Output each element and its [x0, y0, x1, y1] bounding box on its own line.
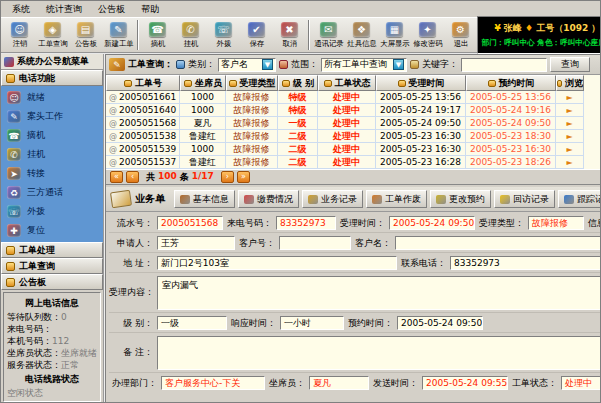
toolbar-button[interactable]: ✖ 取消: [273, 18, 306, 52]
toolbar-button[interactable]: ✔ 保存: [240, 18, 273, 52]
browse-icon[interactable]: ►: [566, 132, 572, 141]
toolbar-button[interactable]: ▤ 公告板: [69, 18, 102, 52]
caller-label: 来电号码：: [227, 217, 272, 230]
dept-field[interactable]: 客户服务中心-下关: [161, 376, 265, 390]
agent-field[interactable]: 夏凡: [309, 376, 369, 390]
scope-icon: [279, 60, 288, 69]
menu-system[interactable]: 系统: [5, 1, 37, 18]
keyword-label: 关键字：: [422, 58, 458, 71]
scope-select[interactable]: 所有工单中查询 ▼: [321, 58, 407, 72]
keyword-input[interactable]: [461, 58, 547, 72]
detail-tab-button[interactable]: 跟踪记录: [558, 190, 601, 208]
toolbar-button[interactable]: ✦ 修改密码: [411, 18, 444, 52]
content-textarea[interactable]: 室内漏气 ▲▼: [157, 276, 601, 310]
category-select[interactable]: 客户名 ▼: [218, 58, 276, 72]
phone-function-item[interactable]: ☏ 外拨: [1, 202, 103, 221]
next-page-button[interactable]: ›: [221, 171, 234, 183]
detail-tab-button[interactable]: 业务记录: [302, 190, 363, 208]
sidebar-section-bulletin[interactable]: 公告板: [1, 274, 103, 290]
toolbar-button[interactable]: ⚙ 退出: [444, 18, 477, 52]
toolbar-button[interactable]: ✎ 新建工单: [102, 18, 135, 52]
remark-textarea[interactable]: ▲▼: [157, 336, 601, 370]
pagination-bar: « ‹ 共 100 条 1/17 › »: [106, 169, 601, 185]
phone-function-item[interactable]: ☎ 摘机: [1, 126, 103, 145]
phone-function-item[interactable]: ➤ 转接: [1, 164, 103, 183]
header-icon: [324, 80, 332, 87]
toolbar-button[interactable]: ☏ 外拨: [207, 18, 240, 52]
table-header-cell[interactable]: 受理类型: [226, 75, 278, 91]
browse-icon[interactable]: ►: [566, 106, 572, 115]
toolbar-button[interactable]: ❖ 灶具信息: [345, 18, 378, 52]
table-row[interactable]: @2005051568 夏凡 故障报修 一级 处理中 2005-05-24 09…: [106, 117, 601, 130]
send-time-label: 发送时间：: [373, 377, 418, 390]
serial-field[interactable]: 2005051568: [157, 216, 223, 230]
menu-bulletin[interactable]: 公告板: [91, 1, 132, 18]
appoint-field[interactable]: 2005-05-24 09:50: [397, 316, 483, 330]
toolbar-buttons: ☺ 注销 ◈ 工单查询 ▤ 公告板 ✎ 新建工单: [3, 18, 477, 52]
browse-icon[interactable]: ►: [566, 93, 572, 102]
detail-tab-button[interactable]: 回访记录: [494, 190, 555, 208]
response-label: 响应时间：: [231, 317, 276, 330]
table-header-cell[interactable]: 预约时间: [466, 75, 556, 91]
toolbar-button[interactable]: ✉ 通讯记录: [312, 18, 345, 52]
table-row[interactable]: @2005051538 鲁建红 故障报修 二级 处理中 2005-05-23 1…: [106, 130, 601, 143]
accept-type-field[interactable]: 故障报修: [528, 216, 584, 230]
customer-name-field[interactable]: [395, 236, 601, 250]
table-row[interactable]: @2005051539 1000 故障报修 二级 处理中 2005-05-23 …: [106, 143, 601, 156]
sidebar-section-order-query[interactable]: 工单查询: [1, 258, 103, 274]
toolbar-button[interactable]: ☎ 摘机: [141, 18, 174, 52]
table-row[interactable]: @2005051640 1000 故障报修 特级 处理中 2005-05-24 …: [106, 104, 601, 117]
detail-tab-button[interactable]: 工单作废: [366, 190, 427, 208]
table-header-cell[interactable]: 级 别: [278, 75, 318, 91]
table-header-cell[interactable]: 浏览: [556, 75, 584, 91]
phone-function-item[interactable]: ✆ 挂机: [1, 145, 103, 164]
callback-icon: [500, 195, 510, 204]
response-field[interactable]: 一小时: [280, 316, 344, 330]
table-header-cell[interactable]: 受理时间: [376, 75, 466, 91]
stove-info-icon: ❖: [353, 22, 370, 37]
nav-title: 系统办公导航菜单: [1, 54, 103, 70]
sidebar-section-order-process[interactable]: 工单处理: [1, 242, 103, 258]
detail-tab-button[interactable]: 缴费情况: [238, 190, 299, 208]
search-button[interactable]: 查询: [550, 57, 590, 72]
toolbar-button[interactable]: ◈ 工单查询: [36, 18, 69, 52]
prev-page-button[interactable]: ‹: [126, 171, 139, 183]
accept-time-field[interactable]: 2005-05-24 09:50: [389, 216, 475, 230]
toolbar-button[interactable]: ▦ 大屏显示: [378, 18, 411, 52]
folder-icon: [6, 246, 15, 255]
table-header-cell[interactable]: 工单号: [106, 75, 180, 91]
menu-stats-query[interactable]: 统计查询: [39, 1, 89, 18]
table-header-cell[interactable]: 工单状态: [318, 75, 376, 91]
status-field[interactable]: 处理中: [561, 376, 601, 390]
last-page-button[interactable]: »: [237, 171, 250, 183]
detail-tab-button[interactable]: 基本信息: [174, 190, 235, 208]
sidebar-section-phone[interactable]: 电话功能: [1, 70, 103, 86]
table-header-cell[interactable]: 坐席员: [180, 75, 226, 91]
browse-icon[interactable]: ►: [566, 158, 572, 167]
attachment-icon: @: [109, 145, 117, 154]
applicant-field[interactable]: 王芳: [157, 236, 235, 250]
caller-field[interactable]: 83352973: [276, 216, 336, 230]
menu-help[interactable]: 帮助: [134, 1, 166, 18]
toolbar-button[interactable]: ☺ 注销: [3, 18, 36, 52]
toolbar-button[interactable]: ✆ 挂机: [174, 18, 207, 52]
phone-function-item[interactable]: ♻ 三方通话: [1, 183, 103, 202]
detail-tab-button[interactable]: 更改预约: [430, 190, 491, 208]
table-row[interactable]: @2005051661 1000 故障报修 特级 处理中 2005-05-25 …: [106, 91, 601, 104]
phone-function-item[interactable]: ✎ 案头工作: [1, 107, 103, 126]
chevron-down-icon[interactable]: ▼: [262, 59, 273, 70]
address-field[interactable]: 新门口2号103室: [157, 256, 397, 270]
phone-function-item[interactable]: ☺ 就绪: [1, 88, 103, 107]
phone-function-item[interactable]: ✚ 复位: [1, 221, 103, 240]
chevron-down-icon[interactable]: ▼: [393, 59, 404, 70]
level-field[interactable]: 一级: [157, 316, 227, 330]
table-row[interactable]: @2005051537 鲁建红 故障报修 二级 处理中 2005-05-23 1…: [106, 156, 601, 169]
browse-icon[interactable]: ►: [566, 145, 572, 154]
browse-icon[interactable]: ►: [566, 119, 572, 128]
main-panel: ✎ 工单查询： 类别： 客户名 ▼ 范围： 所有工单中查询 ▼ 关键字： 查询: [105, 54, 601, 403]
agent-role: 角色：呼叫中心座席员: [537, 38, 601, 47]
contact-field[interactable]: 83352973: [450, 256, 601, 270]
send-time-field[interactable]: 2005-05-24 09:55: [422, 376, 508, 390]
first-page-button[interactable]: «: [110, 171, 123, 183]
customer-no-field[interactable]: [279, 236, 351, 250]
